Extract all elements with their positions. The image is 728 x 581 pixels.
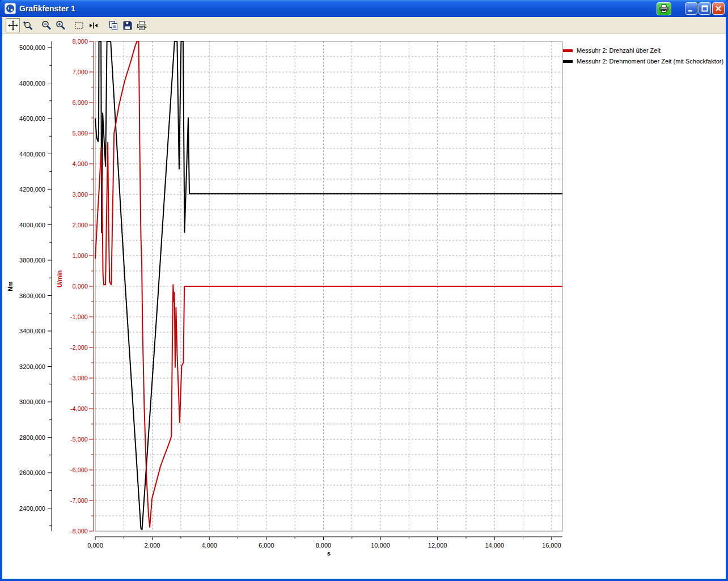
svg-text:2,000: 2,000	[145, 542, 160, 549]
svg-text:0,000: 0,000	[72, 283, 88, 290]
grafikfenster-window: Grafikfenster 1	[0, 0, 728, 581]
legend-label-drehzahl: Messuhr 2: Drehzahl über Zeit	[577, 45, 661, 56]
svg-text:1,000: 1,000	[72, 252, 88, 259]
minimize-icon	[688, 5, 695, 12]
svg-text:4800,000: 4800,000	[19, 80, 45, 87]
maximize-button[interactable]	[699, 2, 711, 15]
svg-text:8,000: 8,000	[72, 38, 88, 45]
pan-tool-button[interactable]	[6, 18, 20, 32]
quick-print-button[interactable]	[657, 2, 671, 15]
svg-text:7,000: 7,000	[72, 69, 88, 75]
copy-icon	[108, 20, 119, 31]
left-axis-title: Nm	[7, 281, 14, 291]
svg-text:16,000: 16,000	[542, 542, 561, 549]
dashed-rectangle-icon	[74, 20, 85, 31]
legend-swatch-drehzahl	[563, 49, 573, 52]
zoom-rect-tool-button[interactable]	[72, 18, 86, 32]
svg-text:2400,000: 2400,000	[19, 505, 45, 512]
svg-text:4000,000: 4000,000	[19, 222, 45, 228]
legend-item-drehmoment: Messuhr 2: Drehmoment über Zeit (mit Sch…	[563, 56, 723, 67]
print-tool-button[interactable]	[134, 18, 149, 32]
svg-text:2800,000: 2800,000	[19, 434, 45, 441]
zoom-in-tool-button[interactable]	[53, 18, 67, 32]
svg-text:-8,000: -8,000	[70, 528, 88, 535]
svg-text:6,000: 6,000	[72, 99, 88, 106]
svg-text:12,000: 12,000	[428, 542, 447, 549]
svg-text:3000,000: 3000,000	[19, 398, 45, 405]
titlebar[interactable]: Grafikfenster 1	[0, 0, 728, 17]
svg-text:-4,000: -4,000	[70, 405, 88, 412]
svg-text:2,000: 2,000	[72, 222, 88, 228]
svg-text:5,000: 5,000	[72, 130, 88, 137]
x-axis-seconds: 0,0002,0004,0006,0008,00010,00012,00014,…	[87, 537, 562, 557]
svg-text:10,000: 10,000	[371, 542, 390, 549]
svg-text:-5,000: -5,000	[70, 436, 88, 443]
x-axis-title: s	[327, 550, 331, 557]
svg-text:3200,000: 3200,000	[19, 363, 45, 370]
right-axis-umin: -8,000-7,000-6,000-5,000-4,000-3,000-2,0…	[56, 38, 94, 535]
svg-text:5000,000: 5000,000	[19, 44, 45, 51]
svg-text:3600,000: 3600,000	[19, 292, 45, 299]
collapse-arrows-icon	[88, 20, 99, 31]
close-button[interactable]	[712, 2, 725, 15]
legend-swatch-drehmoment	[563, 60, 573, 63]
close-icon	[715, 5, 722, 12]
printer-icon	[136, 20, 147, 31]
titlebar-buttons	[657, 2, 725, 15]
printer-icon	[659, 5, 668, 12]
svg-text:8,000: 8,000	[316, 542, 332, 549]
magnifier-star-icon	[22, 20, 33, 31]
chart-canvas[interactable]: 2400,0002600,0002800,0003000,0003200,000…	[2, 34, 726, 579]
svg-text:3800,000: 3800,000	[19, 257, 45, 264]
fit-horizontal-tool-button[interactable]	[86, 18, 100, 32]
svg-text:6,000: 6,000	[259, 542, 274, 549]
svg-text:-7,000: -7,000	[70, 497, 88, 504]
floppy-disk-icon	[122, 20, 133, 31]
svg-text:2600,000: 2600,000	[19, 469, 45, 476]
svg-text:3400,000: 3400,000	[19, 328, 45, 334]
magnifier-plus-icon	[55, 20, 66, 31]
legend: Messuhr 2: Drehzahl über Zeit Messuhr 2:…	[563, 45, 723, 67]
svg-text:4,000: 4,000	[201, 542, 217, 549]
toolbar	[2, 17, 726, 34]
copy-tool-button[interactable]	[106, 18, 120, 32]
left-axis-nm: 2400,0002600,0002800,0003000,0003200,000…	[7, 41, 52, 531]
svg-text:0,000: 0,000	[87, 542, 103, 549]
svg-text:14,000: 14,000	[485, 542, 504, 549]
save-tool-button[interactable]	[120, 18, 134, 32]
zoom-out-tool-button[interactable]	[39, 18, 53, 32]
svg-text:4,000: 4,000	[72, 160, 88, 167]
svg-text:4600,000: 4600,000	[19, 115, 45, 122]
chart-area: 2400,0002600,0002800,0003000,0003200,000…	[2, 34, 726, 579]
svg-text:3,000: 3,000	[72, 191, 88, 198]
legend-label-drehmoment: Messuhr 2: Drehmoment über Zeit (mit Sch…	[577, 56, 723, 67]
minimize-button[interactable]	[685, 2, 697, 15]
zoom-dynamic-tool-button[interactable]	[20, 18, 35, 32]
move-cross-icon	[7, 20, 19, 31]
magnifier-minus-icon	[41, 20, 52, 31]
app-logo-icon	[5, 3, 16, 14]
svg-text:4200,000: 4200,000	[19, 186, 45, 193]
svg-text:-6,000: -6,000	[70, 467, 88, 473]
svg-text:4400,000: 4400,000	[19, 151, 45, 158]
right-axis-title: U/min	[56, 270, 63, 287]
window-title: Grafikfenster 1	[19, 4, 657, 13]
svg-text:-3,000: -3,000	[70, 375, 88, 381]
svg-text:-2,000: -2,000	[70, 344, 88, 351]
maximize-icon	[701, 5, 708, 12]
svg-text:-1,000: -1,000	[70, 313, 88, 320]
legend-item-drehzahl: Messuhr 2: Drehzahl über Zeit	[563, 45, 723, 56]
